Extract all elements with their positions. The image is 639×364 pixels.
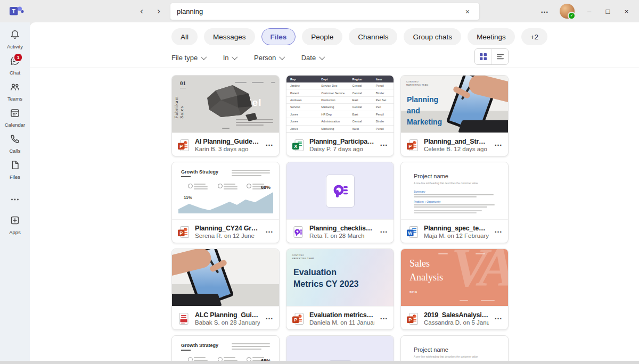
file-name: Planning_spec_templat… bbox=[424, 225, 489, 232]
more-options-button[interactable]: … bbox=[379, 312, 389, 325]
powerpoint-icon: P bbox=[177, 225, 191, 239]
forward-button[interactable]: › bbox=[151, 3, 166, 19]
filter-row: File type In Person Date bbox=[171, 48, 509, 68]
svg-text:T: T bbox=[12, 8, 15, 14]
sidebar-item-teams[interactable]: Teams bbox=[0, 81, 30, 102]
titlebar-right: … ✓ – □ × bbox=[535, 0, 636, 22]
file-card[interactable]: ALC Planning_Guide.pdf Babak S. on 28 Ja… bbox=[171, 249, 280, 330]
document-title: Project name bbox=[414, 346, 448, 353]
file-card[interactable]: Project name A one-line subheading that … bbox=[400, 335, 509, 361]
spreadsheet-row: SorvinoMarketingCentralPen bbox=[286, 104, 394, 111]
more-options-button[interactable]: … bbox=[264, 312, 275, 325]
file-card[interactable]: CONTOSOMARKETING TEAM PlanningandMarketi… bbox=[400, 75, 509, 156]
chevron-down-icon bbox=[320, 54, 325, 60]
more-options-button[interactable]: … bbox=[264, 138, 275, 152]
powerpoint-icon: P bbox=[406, 312, 420, 326]
grid-view-button[interactable] bbox=[475, 49, 491, 64]
sidebar-item-label: Activity bbox=[7, 44, 23, 49]
filter-in[interactable]: In bbox=[223, 54, 237, 62]
file-meta: Celeste B. 12 days ago bbox=[424, 146, 489, 152]
spreadsheet-row: AndrewsProductionEastPen Set bbox=[286, 97, 394, 104]
file-name: 2019_SalesAnalysis.pptx bbox=[424, 311, 489, 319]
slide-page-number: 01 bbox=[180, 80, 186, 88]
filter-file-type[interactable]: File type bbox=[171, 54, 206, 62]
sidebar-item-apps[interactable]: Apps bbox=[0, 214, 30, 236]
more-options-button[interactable]: … bbox=[493, 312, 504, 325]
more-options-button[interactable]: … bbox=[379, 225, 389, 238]
maximize-button[interactable]: □ bbox=[599, 0, 617, 22]
sidebar-item-calls[interactable]: Calls bbox=[0, 133, 30, 154]
tab-channels[interactable]: Channels bbox=[349, 28, 397, 45]
slide-thumbnail: CONTOSOMARKETING TEAM PlanningandMarketi… bbox=[401, 76, 508, 133]
file-card[interactable]: Growth Strategy 11% 68% P Planning_CY24 … bbox=[171, 162, 280, 243]
loop-icon bbox=[291, 225, 305, 239]
list-view-button[interactable] bbox=[491, 49, 508, 64]
file-card[interactable]: RepDeptRegionItem JardineService DepCent… bbox=[286, 75, 394, 156]
file-card[interactable]: Project name A one-line subheading that … bbox=[400, 162, 509, 243]
search-input[interactable]: planning × bbox=[170, 3, 479, 20]
pdf-icon bbox=[177, 312, 191, 326]
document-heading: Problem + Opportunity bbox=[414, 200, 440, 203]
spreadsheet-row: ParentCustomer ServiceCentralBinder bbox=[286, 89, 394, 96]
slide-eyebrow: CONTOSOMARKETING TEAM bbox=[292, 254, 314, 261]
more-options-button[interactable]: … bbox=[264, 225, 275, 238]
more-options-button[interactable]: … bbox=[493, 138, 504, 152]
sidebar-item-label: Chat bbox=[10, 70, 20, 76]
back-button[interactable]: ‹ bbox=[134, 3, 149, 19]
file-name: AI Planning_Guide_202… bbox=[195, 138, 260, 145]
file-card[interactable]: CONTOSOMARKETING TEAM EvaluationMetrics … bbox=[286, 249, 394, 330]
file-meta: Serena R. on 12 June bbox=[195, 233, 260, 239]
tab-meetings[interactable]: Meetings bbox=[468, 28, 515, 45]
spreadsheet-row: JonesHR DepEastPencil bbox=[286, 111, 394, 118]
phone-icon bbox=[10, 134, 20, 146]
slide-thumbnail: CONTOSOMARKETING TEAM EvaluationMetrics … bbox=[286, 249, 394, 307]
tab-all[interactable]: All bbox=[171, 28, 198, 45]
file-card[interactable]: 01 Fabrikam Sales VanArsdel P AI Plannin… bbox=[171, 75, 280, 156]
slide-title: Growth Strategy bbox=[181, 169, 218, 175]
svg-text:X: X bbox=[294, 143, 297, 148]
filter-person[interactable]: Person bbox=[254, 54, 284, 62]
word-icon: W bbox=[406, 225, 420, 239]
app-rail: Activity Chat 1 Teams Calendar Calls Fil… bbox=[0, 22, 30, 361]
clear-search-icon[interactable]: × bbox=[462, 7, 473, 16]
file-meta: Maja M. on 12 February bbox=[424, 233, 489, 239]
filter-label: Date bbox=[301, 54, 316, 62]
sidebar-item-activity[interactable]: Activity bbox=[0, 29, 30, 50]
file-meta: Babak S. on 28 January bbox=[195, 319, 260, 326]
more-horizontal-icon bbox=[10, 194, 20, 207]
slide-sidebar-text: Fabrikam Sales bbox=[174, 90, 184, 119]
file-meta: Cassandra D. on 5 January bbox=[424, 319, 489, 326]
file-icon bbox=[10, 160, 20, 172]
sidebar-item-chat[interactable]: Chat 1 bbox=[0, 55, 30, 76]
sidebar-item-files[interactable]: Files bbox=[0, 159, 30, 180]
file-card[interactable]: VA SalesAnalysis 2019 P 2019_SalesAnalys… bbox=[400, 249, 509, 330]
tab-2[interactable]: +2 bbox=[521, 28, 547, 45]
more-options-button[interactable]: … bbox=[379, 138, 389, 152]
filter-label: File type bbox=[171, 54, 198, 62]
more-options-button[interactable]: … bbox=[493, 225, 504, 238]
avatar[interactable]: ✓ bbox=[560, 4, 575, 19]
minimize-button[interactable]: – bbox=[580, 0, 599, 22]
filter-label: In bbox=[223, 54, 229, 62]
titlebar-more-options-icon[interactable]: … bbox=[535, 5, 554, 18]
tab-messages[interactable]: Messages bbox=[204, 28, 255, 45]
sidebar-item-more[interactable] bbox=[0, 194, 30, 208]
spreadsheet-row: JardineService DepCentralPencil bbox=[286, 82, 394, 89]
file-card[interactable] bbox=[286, 335, 394, 361]
close-window-button[interactable]: × bbox=[617, 0, 636, 22]
tab-group-chats[interactable]: Group chats bbox=[404, 28, 461, 45]
file-card[interactable]: Planning_checklist.loop Reta T. on 28 Ma… bbox=[286, 162, 394, 243]
rock-image bbox=[200, 84, 258, 122]
search-value: planning bbox=[177, 7, 203, 15]
tab-files[interactable]: Files bbox=[261, 28, 296, 45]
svg-text:P: P bbox=[408, 317, 412, 322]
tab-people[interactable]: People bbox=[302, 28, 342, 45]
powerpoint-icon: P bbox=[177, 138, 191, 152]
bell-icon bbox=[10, 29, 20, 42]
file-card[interactable]: Growth Strategy 11% 68% bbox=[171, 335, 280, 361]
filter-date[interactable]: Date bbox=[301, 54, 324, 62]
loop-logo-icon bbox=[326, 175, 355, 208]
excel-icon: X bbox=[291, 138, 305, 152]
sidebar-item-calendar[interactable]: Calendar bbox=[0, 107, 30, 128]
svg-text:P: P bbox=[408, 143, 412, 148]
